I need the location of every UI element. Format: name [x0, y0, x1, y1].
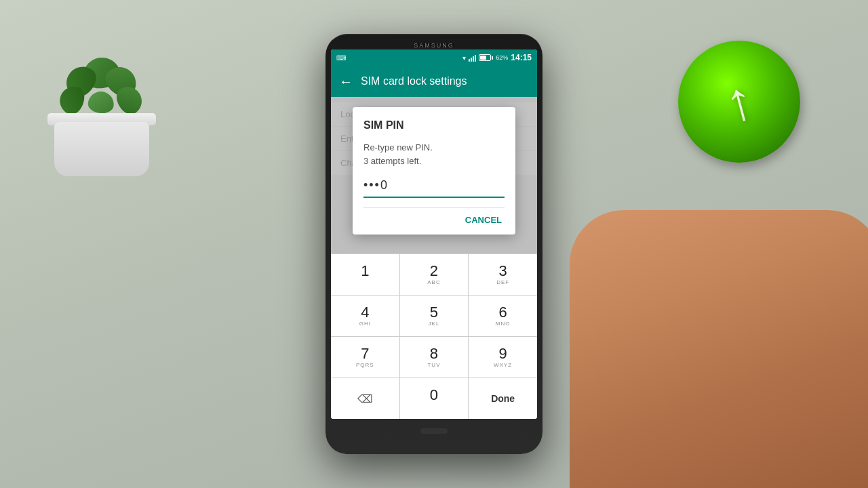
phone-screen: ⌨ ▾ 62%: [331, 49, 537, 419]
battery-percent-label: 62%: [496, 54, 508, 61]
battery-icon: [479, 54, 493, 61]
phone-frame: SAMSUNG ⌨ ▾: [326, 34, 542, 454]
backspace-icon: ⌫: [357, 392, 373, 405]
dialog-message: Re-type new PIN. 3 attempts left.: [363, 141, 505, 167]
done-label: Done: [491, 393, 515, 404]
phone-bottom: [331, 419, 537, 443]
battery-fill: [480, 56, 486, 60]
key-4[interactable]: 4 GHI: [331, 296, 399, 336]
key-6[interactable]: 6 MNO: [469, 296, 537, 336]
plant-decoration: [0, 0, 217, 339]
status-left: ⌨: [336, 54, 346, 62]
content-area: Lock SIM card Enter SIM PIN Change SIM P…: [331, 97, 537, 253]
key-7[interactable]: 7 PQRS: [331, 337, 399, 378]
time-display: 14:15: [511, 53, 532, 62]
samsung-brand-label: SAMSUNG: [414, 42, 454, 49]
cancel-button[interactable]: CANCEL: [462, 211, 505, 229]
keyboard-icon: ⌨: [336, 54, 346, 62]
battery-tip: [492, 56, 493, 60]
key-5[interactable]: 5 JKL: [400, 296, 469, 336]
key-1[interactable]: 1: [331, 254, 399, 295]
key-done[interactable]: Done: [469, 378, 537, 419]
nav-bar: ← SIM card lock settings: [331, 66, 537, 97]
circle-symbol: ↑: [719, 72, 759, 131]
key-3[interactable]: 3 DEF: [469, 254, 537, 295]
signal-bar-4: [475, 55, 476, 62]
dialog-actions: CANCEL: [363, 207, 505, 235]
dialog-title: SIM PIN: [363, 119, 505, 131]
pot-body: [54, 122, 149, 176]
numpad-grid: 1 2 ABC 3 DEF 4 GHI: [331, 253, 537, 419]
nav-title: SIM card lock settings: [361, 75, 467, 87]
leaf: [87, 90, 115, 114]
key-backspace[interactable]: ⌫: [331, 378, 399, 419]
battery-body: [479, 54, 491, 61]
pin-input-area[interactable]: •••0: [363, 176, 505, 198]
dialog-message-line1: Re-type new PIN.: [363, 142, 433, 152]
green-circle-object: ↑: [678, 41, 814, 176]
key-8[interactable]: 8 TUV: [400, 337, 469, 378]
wifi-icon: ▾: [462, 54, 466, 62]
signal-bar-3: [473, 56, 474, 62]
dialog-message-line2: 3 attempts left.: [363, 156, 421, 166]
status-right: ▾ 62% 14:15: [462, 53, 532, 62]
signal-bars: [469, 54, 476, 62]
home-button[interactable]: [420, 428, 448, 434]
key-2[interactable]: 2 ABC: [400, 254, 469, 295]
pin-dots: •••0: [363, 178, 389, 192]
signal-bar-2: [471, 58, 472, 62]
status-bar: ⌨ ▾ 62%: [331, 49, 537, 66]
plant-pot: [41, 54, 163, 176]
succulent: [51, 44, 153, 119]
key-0[interactable]: 0: [400, 378, 469, 419]
green-circle: ↑: [678, 41, 800, 163]
signal-bar-1: [469, 59, 470, 62]
phone-wrapper: SAMSUNG ⌨ ▾: [326, 34, 542, 454]
back-button[interactable]: ←: [339, 74, 353, 89]
key-9[interactable]: 9 WXYZ: [469, 337, 537, 378]
numpad-area: 1 2 ABC 3 DEF 4 GHI: [331, 253, 537, 419]
dialog-overlay: SIM PIN Re-type new PIN. 3 attempts left…: [331, 97, 537, 253]
dialog-box: SIM PIN Re-type new PIN. 3 attempts left…: [353, 107, 515, 235]
